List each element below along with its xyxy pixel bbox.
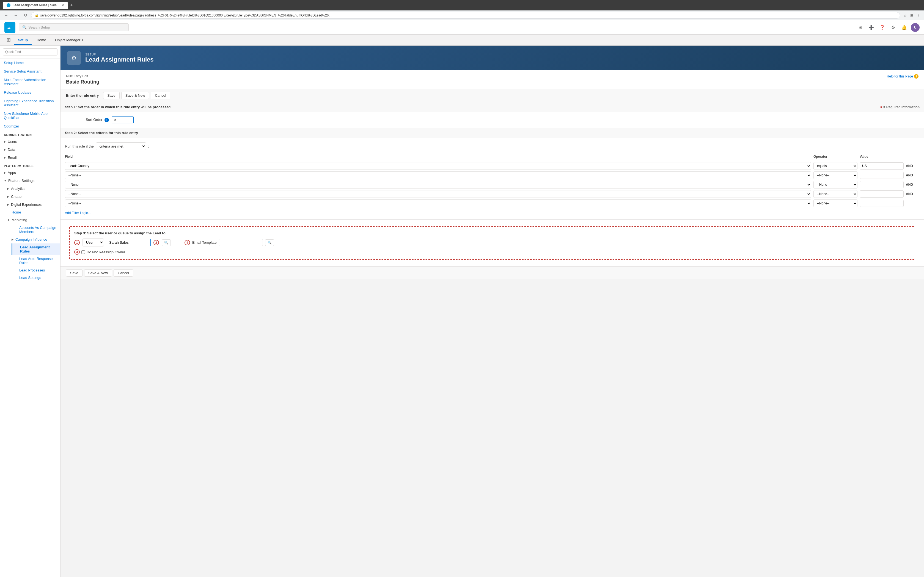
address-bar[interactable]: 🔒 java-power-66192.lightning.force.com/l… [31, 12, 900, 19]
sidebar-item-lead-processes[interactable]: Lead Processes [11, 266, 60, 274]
run-rule-label: Run this rule if the [65, 144, 94, 148]
sidebar-item-service-setup[interactable]: Service Setup Assistant [0, 67, 60, 76]
sidebar-item-lightning-transition[interactable]: Lightning Experience Transition Assistan… [0, 97, 60, 110]
nav-setup[interactable]: Setup [14, 36, 32, 45]
lock-icon: 🔒 [35, 13, 39, 17]
sidebar-item-apps[interactable]: ▶ Apps [0, 169, 60, 177]
sidebar-item-users[interactable]: ▶ Users [0, 138, 60, 146]
email-template-search-button[interactable]: 🔍 [265, 239, 274, 246]
step3-checkbox-row: 3 Do Not Reassign Owner [74, 249, 910, 255]
email-template-input[interactable] [219, 239, 263, 246]
sidebar-item-analytics[interactable]: ▶ Analytics [4, 185, 60, 193]
add-icon[interactable]: ➕ [867, 23, 876, 32]
filter-field-1[interactable]: Lead: Country [65, 162, 811, 170]
sidebar-search-container [0, 46, 60, 58]
sidebar-item-digital-experiences[interactable]: ▶ Digital Experiences [4, 201, 60, 208]
email-chevron: ▶ [4, 156, 6, 159]
sort-order-input[interactable] [111, 116, 134, 123]
top-save-button[interactable]: Save [103, 92, 120, 99]
sort-order-label-container: Sort Order i [65, 118, 109, 122]
sidebar-item-feature-settings[interactable]: ▼ Feature Settings [0, 177, 60, 185]
sf-logo[interactable]: ☁ [5, 22, 15, 33]
help-link[interactable]: Help for this Page ? [887, 74, 919, 79]
help-icon[interactable]: ❓ [878, 23, 887, 32]
sidebar-section-administration: ADMINISTRATION [0, 131, 60, 138]
filter-field-5[interactable]: --None-- [65, 200, 811, 207]
sidebar-item-lead-auto-response-rules[interactable]: Lead Auto-Response Rules [11, 255, 60, 266]
setup-breadcrumb: SETUP [85, 53, 154, 56]
forward-button[interactable]: → [12, 12, 20, 19]
filter-value-4[interactable] [859, 190, 904, 198]
and-label-1: AND [906, 164, 919, 168]
new-tab-button[interactable]: + [70, 2, 73, 8]
bottom-save-button[interactable]: Save [66, 269, 82, 277]
quick-find-input[interactable] [3, 48, 58, 55]
filter-operator-4[interactable]: --None-- [813, 190, 858, 198]
filter-value-3[interactable] [859, 181, 904, 188]
sort-order-info-icon[interactable]: i [105, 118, 109, 122]
sidebar-item-accounts-campaign-members[interactable]: Accounts As Campaign Members [11, 224, 60, 235]
top-save-new-button[interactable]: Save & New [121, 92, 149, 99]
add-filter-logic-link[interactable]: Add Filter Logic... [65, 211, 90, 215]
search-bar[interactable]: 🔍 Search Setup [19, 23, 129, 31]
sidebar-item-lead-settings[interactable]: Lead Settings [11, 274, 60, 281]
notifications-icon[interactable]: 🔔 [900, 23, 909, 32]
nav-grid-icon[interactable]: ⊞ [5, 35, 13, 45]
sidebar-item-home[interactable]: Home [4, 208, 60, 216]
sidebar-item-lead-assignment-rules[interactable]: Lead Assignment Rules [11, 243, 60, 255]
sidebar-item-release-updates[interactable]: Release Updates [0, 88, 60, 97]
step3-container: Step 3: Select the user or queue to assi… [60, 219, 924, 266]
filter-field-4[interactable]: --None-- [65, 190, 811, 198]
sidebar-item-mobile-quickstart[interactable]: New Salesforce Mobile App QuickStart [0, 110, 60, 122]
apps-icon[interactable]: ⊞ [856, 23, 864, 32]
avatar[interactable]: U [911, 23, 919, 32]
sidebar-item-mfa[interactable]: Multi-Factor Authentication Assistant [0, 76, 60, 88]
user-type-select[interactable]: User Queue [82, 239, 104, 247]
filter-value-2[interactable] [859, 172, 904, 179]
browser-tab[interactable]: Lead Assignment Rules | Sale... ✕ [3, 2, 68, 9]
nav-home[interactable]: Home [33, 36, 50, 45]
user-value-input[interactable] [107, 239, 151, 246]
bookmark-button[interactable]: ☆ [902, 12, 908, 19]
tab-favicon [6, 3, 10, 7]
bottom-cancel-button[interactable]: Cancel [113, 269, 133, 277]
sidebar-item-email[interactable]: ▶ Email [0, 153, 60, 161]
top-cancel-button[interactable]: Cancel [151, 92, 170, 99]
filter-operator-5[interactable]: --None-- [813, 200, 858, 207]
criteria-row: Run this rule if the criteria are met fo… [65, 142, 919, 150]
sidebar-item-setup-home[interactable]: Setup Home [0, 58, 60, 67]
filter-field-2[interactable]: --None-- [65, 171, 811, 179]
criteria-select[interactable]: criteria are met formula evaluates to tr… [96, 142, 146, 150]
rule-entry-edit-label: Rule Entry Edit [66, 74, 99, 78]
sidebar-item-campaign-influence[interactable]: ▶ Campaign Influence [11, 235, 60, 243]
top-button-bar: Enter the rule entry Save Save & New Can… [60, 89, 924, 102]
nav-object-manager[interactable]: Object Manager ▼ [51, 36, 88, 45]
filter-row-5: --None-- --None-- [65, 200, 919, 207]
user-search-button[interactable]: 🔍 [162, 239, 171, 246]
filter-value-5[interactable] [859, 200, 904, 207]
more-button[interactable]: ⋮ [916, 12, 922, 19]
extensions-button[interactable]: ⊞ [909, 12, 915, 19]
filter-operator-2[interactable]: --None-- [813, 171, 858, 179]
sidebar-item-chatter[interactable]: ▶ Chatter [4, 193, 60, 201]
filter-operator-1[interactable]: equals [813, 162, 858, 170]
step3-assign-row: 1 User Queue 2 🔍 [74, 239, 910, 247]
page-title: Lead Assignment Rules [85, 56, 154, 63]
settings-icon[interactable]: ⚙ [889, 23, 898, 32]
sidebar-item-data[interactable]: ▶ Data [0, 146, 60, 153]
bottom-save-new-button[interactable]: Save & New [84, 269, 112, 277]
object-manager-chevron: ▼ [81, 39, 84, 42]
main-layout: Setup Home Service Setup Assistant Multi… [0, 46, 924, 577]
back-button[interactable]: ← [2, 12, 10, 19]
do-not-reassign-checkbox[interactable] [81, 250, 85, 254]
refresh-button[interactable]: ↻ [22, 11, 29, 19]
sidebar-item-optimizer[interactable]: Optimizer [0, 122, 60, 131]
page-header-icon: ⚙ [67, 51, 81, 65]
sidebar-item-marketing[interactable]: ▼ Marketing [4, 216, 60, 224]
filter-operator-3[interactable]: --None-- [813, 181, 858, 189]
browser-toolbar: ← → ↻ 🔒 java-power-66192.lightning.force… [0, 10, 924, 20]
filter-value-1[interactable] [859, 163, 904, 169]
filter-field-3[interactable]: --None-- [65, 181, 811, 189]
tab-close[interactable]: ✕ [61, 3, 64, 7]
search-placeholder: Search Setup [28, 25, 50, 29]
